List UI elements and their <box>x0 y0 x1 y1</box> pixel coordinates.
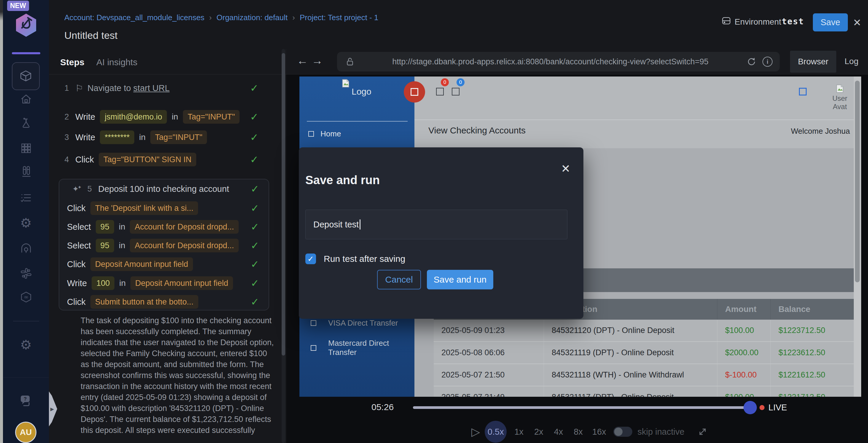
tab-browser[interactable]: Browser <box>790 51 836 72</box>
table-row[interactable]: 2025-05-08 06:06 845321119 (DPT) - Onlin… <box>434 342 854 364</box>
record-indicator[interactable] <box>404 81 425 102</box>
substep-row[interactable]: Write 100 in Deposit Amount input field … <box>59 276 269 290</box>
bank-nav-mastercard[interactable]: Mastercard Direct Transfer <box>311 338 414 357</box>
step-conj: in <box>119 241 125 250</box>
step-selector-chip[interactable]: Deposit Amount input field <box>130 276 233 290</box>
step-selector-chip[interactable]: Account for Deposit dropd... <box>130 239 239 252</box>
step-row-3[interactable]: 3 Write ******** in Tag="INPUT" ✓ <box>49 130 286 144</box>
cancel-button[interactable]: Cancel <box>377 270 421 289</box>
table-row[interactable]: 2025-05-07 21:49 845321117 (DPT) - Onlin… <box>434 386 854 397</box>
substep-row[interactable]: Click Submit button at the botto... ✓ <box>59 295 269 309</box>
step-value-chip[interactable]: jsmith@demo.io <box>100 110 167 124</box>
step-selector-chip[interactable]: Account for Deposit dropd... <box>130 220 239 234</box>
url-text[interactable]: http://stage.dbank.prod-apps.relicx.ai:8… <box>354 57 746 66</box>
bank-scrollbar-thumb[interactable] <box>855 81 860 282</box>
table-row[interactable]: 2025-05-07 21:50 845321118 (WTH) - Onlin… <box>434 364 854 386</box>
cell-description: 845321118 (WTH) - Online Withdrawl <box>544 364 717 386</box>
breadcrumb-account[interactable]: Account: Devspace_all_module_licenses <box>64 13 205 22</box>
step-value-chip[interactable]: 100 <box>92 276 115 290</box>
sidebar-item-home[interactable] <box>19 92 33 106</box>
sidebar-item-test-suites[interactable] <box>19 165 33 178</box>
substep-row[interactable]: Select 95 in Account for Deposit dropd..… <box>59 220 269 234</box>
sidebar-item-help[interactable]: ? <box>19 394 33 407</box>
start-url-link[interactable]: start URL <box>133 83 169 93</box>
step-selector-chip[interactable]: Tag="BUTTON" SIGN IN <box>99 153 196 166</box>
sidebar-item-lab[interactable] <box>19 117 33 130</box>
fullscreen-icon[interactable] <box>698 427 708 437</box>
step-selector-chip[interactable]: Deposit Amount input field <box>90 257 193 271</box>
speed-8x[interactable]: 8x <box>574 427 583 437</box>
steps-scrollbar-track[interactable] <box>282 49 285 443</box>
step-row-4[interactable]: 4 Click Tag="BUTTON" SIGN IN ✓ <box>49 152 286 167</box>
substep-row[interactable]: Click The 'Deposit' link with a si... ✓ <box>59 201 269 215</box>
test-name-input[interactable]: Deposit test <box>305 210 567 239</box>
live-dot-icon <box>760 405 765 410</box>
info-icon[interactable]: i <box>763 57 773 67</box>
substep-row[interactable]: Click Deposit Amount input field ✓ <box>59 257 269 271</box>
step-selector-chip[interactable]: Submit button at the botto... <box>90 295 198 309</box>
cell-balance: $1223612.50 <box>771 342 854 363</box>
bank-nav-visa[interactable]: VISA Direct Transfer <box>311 319 398 328</box>
run-after-saving-checkbox-checked[interactable]: ✓ <box>305 254 316 264</box>
sidebar-item-settings[interactable]: ⚙ <box>20 216 32 230</box>
bank-nav-home[interactable]: Home <box>308 129 341 139</box>
save-button[interactable]: Save <box>813 13 848 31</box>
step-row-2[interactable]: 2 Write jsmith@demo.io in Tag="INPUT" ✓ <box>49 110 286 124</box>
message-icon[interactable] <box>452 88 460 95</box>
sidebar-item-automations[interactable]: ∞ <box>19 291 33 304</box>
tab-ai-insights[interactable]: AI insights <box>96 57 137 67</box>
speed-16x[interactable]: 16x <box>592 427 606 437</box>
col-header-amount[interactable]: Amount <box>717 299 771 320</box>
sidebar-item-private-sessions[interactable] <box>19 241 33 255</box>
app-logo[interactable] <box>16 13 36 37</box>
substep-row[interactable]: Select 95 in Account for Deposit dropd..… <box>59 238 269 253</box>
dialog-close-icon[interactable]: ✕ <box>561 162 570 175</box>
play-icon[interactable]: ▷ <box>471 425 480 438</box>
sidebar-item-apps[interactable] <box>19 142 33 155</box>
step-verb: Click <box>67 203 86 213</box>
sidebar-item-integrations[interactable] <box>19 267 33 280</box>
sidebar-item-runs[interactable] <box>19 191 33 205</box>
tab-steps[interactable]: Steps <box>60 57 85 67</box>
speed-4x[interactable]: 4x <box>554 427 563 437</box>
back-icon[interactable]: ← <box>297 54 308 67</box>
bank-logo-alt[interactable]: Logo <box>351 87 371 97</box>
step-value-chip[interactable]: ******** <box>100 130 134 144</box>
sidebar-item-admin-settings[interactable]: ⚙ <box>20 338 32 351</box>
step-selector-chip[interactable]: The 'Deposit' link with a si... <box>90 201 198 215</box>
step-row-5[interactable]: ✦✦ 5 Deposit 100 into checking account ✓ <box>59 182 269 196</box>
breadcrumb-organization[interactable]: Organization: default <box>216 13 287 22</box>
steps-scrollbar-thumb[interactable] <box>282 53 285 356</box>
refresh-icon[interactable] <box>746 57 756 67</box>
step-conj: in <box>139 132 146 142</box>
step-value-chip[interactable]: 95 <box>96 220 114 234</box>
timeline-track[interactable] <box>413 406 751 409</box>
step-row-1[interactable]: 1 ⚐ Navigate to start URL ✓ <box>49 81 286 95</box>
skip-inactive-toggle[interactable] <box>613 427 632 437</box>
step-selector-chip[interactable]: Tag="INPUT" <box>150 130 207 144</box>
sidebar-item-tests-active[interactable] <box>12 62 40 90</box>
save-and-run-button[interactable]: Save and run <box>427 270 493 289</box>
close-editor-icon[interactable]: ✕ <box>853 17 862 28</box>
speed-2x[interactable]: 2x <box>534 427 544 437</box>
breadcrumb-project[interactable]: Project: Test project - 1 <box>300 13 378 22</box>
tab-log[interactable]: Log <box>844 57 859 66</box>
live-label[interactable]: LIVE <box>768 403 787 412</box>
col-header-balance[interactable]: Balance <box>771 299 854 320</box>
bank-user-avatar[interactable]: User Avat <box>827 84 853 111</box>
timeline-knob[interactable] <box>743 401 757 414</box>
ai-step-group[interactable]: ✦✦ 5 Deposit 100 into checking account ✓… <box>59 179 269 311</box>
step-value-chip[interactable]: 95 <box>96 239 114 252</box>
cell-balance: $1221712.50 <box>771 386 854 397</box>
speed-0-5x-active[interactable]: 0.5x <box>485 421 507 443</box>
url-bar[interactable]: http://stage.dbank.prod-apps.relicx.ai:8… <box>337 52 780 71</box>
step-selector-chip[interactable]: Tag="INPUT" <box>183 110 240 124</box>
notification-icon[interactable] <box>436 88 444 95</box>
home-icon <box>19 92 33 106</box>
bank-scrollbar-track[interactable] <box>854 77 861 397</box>
table-row[interactable]: 2025-05-09 01:23 845321120 (DPT) - Onlin… <box>434 320 854 342</box>
environment-value[interactable]: test <box>782 17 804 26</box>
user-avatar[interactable]: AU <box>15 422 36 443</box>
forward-icon[interactable]: → <box>312 54 323 67</box>
speed-1x[interactable]: 1x <box>514 427 524 437</box>
